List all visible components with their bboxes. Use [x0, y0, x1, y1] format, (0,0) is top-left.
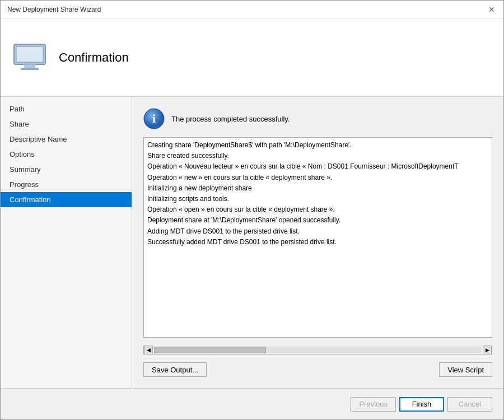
- horizontal-scrollbar[interactable]: ◀ ▶: [143, 346, 492, 354]
- computer-icon: [12, 40, 48, 76]
- scrollbar-thumb[interactable]: [154, 347, 266, 353]
- sidebar-item-path[interactable]: Path: [1, 101, 132, 116]
- wizard-window: New Deployment Share Wizard ✕ Confirmati…: [0, 0, 504, 420]
- window-title: New Deployment Share Wizard: [7, 6, 101, 13]
- scroll-left-arrow[interactable]: ◀: [144, 346, 153, 354]
- sidebar-item-share[interactable]: Share: [1, 116, 132, 132]
- save-output-button[interactable]: Save Output...: [143, 362, 207, 377]
- sidebar: Path Share Descriptive Name Options Summ…: [1, 97, 132, 388]
- content-area: Path Share Descriptive Name Options Summ…: [1, 97, 503, 388]
- svg-text:i: i: [152, 111, 156, 125]
- svg-rect-3: [21, 68, 39, 70]
- action-buttons-row: Save Output... View Script: [143, 362, 492, 377]
- sidebar-item-progress[interactable]: Progress: [1, 177, 132, 192]
- sidebar-item-summary[interactable]: Summary: [1, 162, 132, 177]
- log-box[interactable]: Creating share 'DeploymentShare$' with p…: [143, 137, 492, 338]
- info-icon: i: [143, 108, 165, 129]
- sidebar-item-confirmation[interactable]: Confirmation: [1, 192, 132, 207]
- sidebar-item-descriptive-name[interactable]: Descriptive Name: [1, 132, 132, 147]
- svg-rect-1: [16, 46, 43, 62]
- sidebar-item-options[interactable]: Options: [1, 147, 132, 162]
- scroll-right-arrow[interactable]: ▶: [483, 346, 492, 354]
- title-bar-left: New Deployment Share Wizard: [7, 6, 101, 13]
- status-row: i The process completed successfully.: [143, 108, 492, 129]
- main-panel: i The process completed successfully. Cr…: [132, 97, 503, 388]
- header-title: Confirmation: [59, 50, 129, 65]
- status-text: The process completed successfully.: [171, 115, 290, 123]
- previous-button[interactable]: Previous: [351, 397, 396, 412]
- svg-rect-2: [24, 64, 35, 68]
- finish-button[interactable]: Finish: [399, 397, 444, 412]
- footer: Previous Finish Cancel: [1, 388, 503, 419]
- header-section: Confirmation: [1, 18, 503, 97]
- close-button[interactable]: ✕: [487, 4, 497, 15]
- scrollbar-track[interactable]: [154, 347, 482, 353]
- view-script-button[interactable]: View Script: [439, 362, 492, 377]
- title-bar: New Deployment Share Wizard ✕: [1, 1, 503, 18]
- cancel-button[interactable]: Cancel: [447, 397, 492, 412]
